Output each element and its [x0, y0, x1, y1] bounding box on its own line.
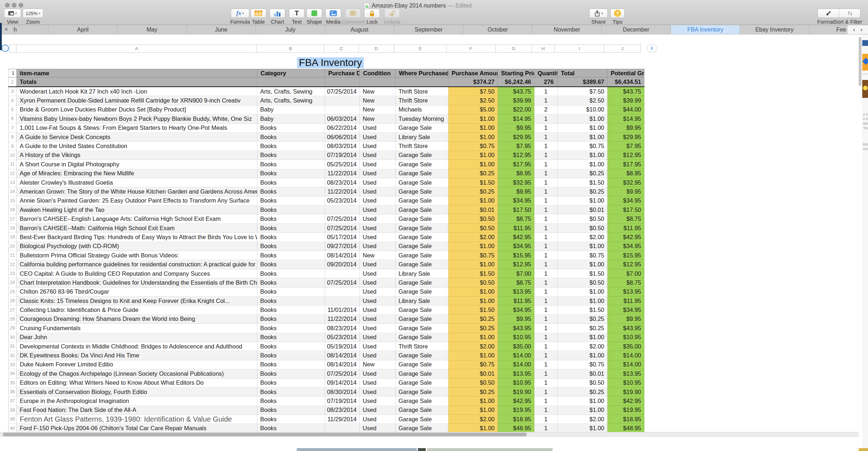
cell-where-purchased[interactable]: Garage Sale [396, 415, 448, 424]
row-number[interactable]: 16 [8, 205, 16, 214]
cell-category[interactable]: Books [257, 196, 325, 205]
cell-category[interactable]: Books [257, 251, 325, 260]
header-starting-price[interactable]: Starting Price [498, 69, 534, 77]
sheet-tab-fba-inventory[interactable]: FBA Inventory [671, 25, 740, 34]
horizontal-scrollbar-thumb[interactable] [3, 433, 527, 436]
cell-potential-gross[interactable]: $8.95 [607, 169, 644, 178]
cell-item-name[interactable]: Age of Miracles: Embracing the New Midli… [16, 169, 257, 178]
cell-category[interactable]: Books [257, 278, 325, 287]
sheet-tab-september[interactable]: September [394, 25, 463, 34]
row-number[interactable]: 15 [8, 196, 16, 205]
cell-where-purchased[interactable]: Garage Sale [396, 196, 448, 205]
row-number[interactable]: 1 [8, 69, 16, 77]
column-letter-j[interactable]: J [604, 44, 641, 53]
cell-starting-price[interactable]: $35.00 [498, 342, 534, 351]
cell-starting-price[interactable]: $29.95 [498, 133, 534, 142]
cell-total[interactable]: $1.50 [558, 178, 607, 187]
cell-total[interactable]: $1.50 [558, 305, 607, 314]
row-number[interactable]: 29 [8, 324, 16, 333]
cell-item-name[interactable]: Collecting Lladro: Identification & Pric… [16, 305, 257, 314]
cell-purchase-date[interactable]: 08/23/2014 [325, 324, 360, 333]
cell-purchase-date[interactable]: 08/23/2014 [325, 406, 360, 415]
cell-quantity[interactable]: 1 [534, 214, 558, 223]
row-number[interactable]: 22 [8, 260, 16, 269]
cell-purchase-amount[interactable]: $0.75 [448, 142, 498, 151]
cell-where-purchased[interactable]: Garage Sale [396, 187, 448, 196]
row-number[interactable]: 3 [8, 87, 16, 96]
cell-total[interactable]: $0.25 [558, 388, 607, 397]
cell-starting-price[interactable]: $8.95 [498, 169, 534, 178]
cell-purchase-amount[interactable]: $1.00 [448, 288, 498, 296]
cell-potential-gross[interactable]: $9.95 [607, 187, 644, 196]
cell-potential-gross[interactable]: $12.95 [607, 151, 644, 160]
cell-empty[interactable] [360, 77, 396, 86]
cell-quantity[interactable]: 1 [534, 124, 558, 133]
cell-category[interactable]: Books [257, 333, 325, 342]
table-select-handle[interactable] [1, 44, 9, 52]
cell-where-purchased[interactable]: Garage Sale [396, 288, 448, 296]
cell-item-name[interactable]: Duke Nukem Forever Limited Editio [16, 360, 257, 369]
cell-quantity[interactable]: 1 [534, 87, 558, 96]
cell-potential-gross[interactable]: $17.50 [607, 205, 644, 214]
cell-purchase-date[interactable]: 05/23/2014 [325, 333, 360, 342]
cell-total[interactable]: $0.25 [558, 324, 607, 333]
cell-condition[interactable]: Used [360, 160, 396, 169]
cell-item-name[interactable]: CEO Capital: A Guide to Building CEO Rep… [16, 269, 257, 278]
cell-purchase-date[interactable]: 07/25/2014 [325, 87, 360, 96]
zoom-level-button[interactable]: 125%▾ [23, 9, 43, 18]
row-number[interactable]: 8 [8, 133, 16, 142]
tab-scroll-left-button[interactable]: ‹ [853, 26, 855, 33]
cell-potential-gross[interactable]: $9.95 [607, 315, 644, 324]
row-number[interactable]: 28 [8, 315, 16, 324]
cell-potential-gross[interactable]: $15.95 [607, 251, 644, 260]
cell-quantity[interactable]: 1 [534, 196, 558, 205]
cell-where-purchased[interactable]: Garage Sale [396, 224, 448, 233]
row-number[interactable]: 26 [8, 296, 16, 305]
cell-total[interactable]: $0.25 [558, 187, 607, 196]
cell-starting-price[interactable]: $10.95 [498, 379, 534, 388]
cell-condition[interactable]: Used [360, 324, 396, 333]
cell-where-purchased[interactable]: Garage Sale [396, 178, 448, 187]
header-total[interactable]: Total [558, 69, 607, 77]
cell-total[interactable]: $1.00 [558, 124, 607, 133]
row-number[interactable]: 25 [8, 288, 16, 296]
cell-potential-gross[interactable]: $39.99 [607, 96, 644, 105]
cell-purchase-date[interactable]: 09/27/2014 [325, 242, 360, 251]
cell-condition[interactable]: Used [360, 196, 396, 205]
row-number[interactable]: 37 [8, 397, 16, 405]
cell-total[interactable]: $2.00 [558, 342, 607, 351]
minimize-window-button[interactable] [12, 3, 16, 8]
cell-total[interactable]: $0.01 [558, 369, 607, 378]
cell-purchase-amount[interactable]: $0.25 [448, 187, 498, 196]
cell-potential-gross[interactable]: $14.00 [607, 351, 644, 360]
cell-total[interactable]: $10.00 [558, 105, 607, 114]
cell-quantity[interactable]: 1 [534, 96, 558, 105]
cell-potential-gross[interactable]: $35.00 [607, 342, 644, 351]
cell-purchase-date[interactable] [325, 205, 360, 214]
tips-button[interactable]: ? [610, 9, 625, 18]
header-purchase-date[interactable]: Purchase Date [325, 69, 360, 77]
cell-starting-price[interactable]: $34.95 [498, 305, 534, 314]
cell-total[interactable]: $0.75 [558, 142, 607, 151]
cell-starting-price[interactable]: $13.95 [498, 288, 534, 296]
cell-purchase-amount[interactable]: $1.50 [448, 178, 498, 187]
header-where-purchased[interactable]: Where Purchased [396, 69, 448, 77]
cell-total[interactable]: $1.00 [558, 397, 607, 405]
cell-potential-gross[interactable]: $32.95 [607, 178, 644, 187]
cell-total[interactable]: $0.75 [558, 251, 607, 260]
row-number[interactable]: 32 [8, 351, 16, 360]
row-number[interactable]: 7 [8, 124, 16, 133]
row-number[interactable]: 31 [8, 342, 16, 351]
cell-condition[interactable]: New [360, 360, 396, 369]
cell-empty[interactable] [257, 77, 325, 86]
cell-purchase-date[interactable] [325, 296, 360, 305]
cell-quantity[interactable]: 1 [534, 114, 558, 123]
cell-purchase-date[interactable]: 09/20/2014 [325, 260, 360, 269]
cell-quantity[interactable]: 1 [534, 269, 558, 278]
cell-purchase-amount[interactable]: $7.50 [448, 87, 498, 96]
cell-potential-gross[interactable]: $8.75 [607, 278, 644, 287]
cell-category[interactable]: Books [257, 124, 325, 133]
tab-scroll-right-button[interactable]: › [860, 26, 863, 33]
cell-potential-gross[interactable]: $42.95 [607, 233, 644, 242]
cell-starting-price[interactable]: $12.95 [498, 151, 534, 160]
